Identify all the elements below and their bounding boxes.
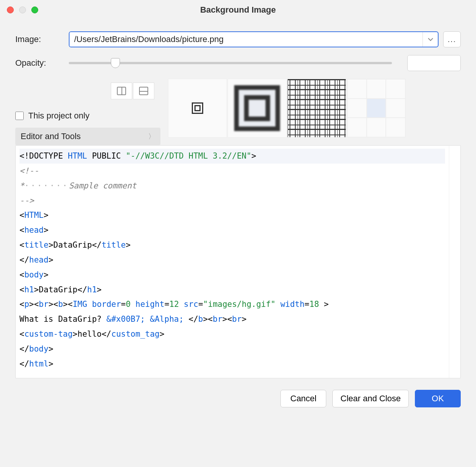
code-token: What is DataGrip? bbox=[19, 315, 107, 324]
code-token: < bbox=[19, 225, 24, 235]
opacity-label: Opacity: bbox=[15, 58, 69, 68]
split-horizontal-icon bbox=[139, 87, 148, 95]
code-token: HTML bbox=[68, 151, 92, 161]
code-token: = bbox=[198, 300, 203, 309]
code-area: <!DOCTYPE HTML PUBLIC "-//W3C//DTD HTML … bbox=[16, 146, 449, 378]
code-token: >< bbox=[222, 315, 232, 324]
code-token: --> bbox=[19, 196, 34, 205]
anchor-cell-selected[interactable] bbox=[367, 99, 386, 118]
code-token: h1 bbox=[87, 285, 97, 294]
anchor-cell[interactable] bbox=[347, 79, 367, 99]
code-token: &#x00B7; &Alpha; bbox=[107, 315, 189, 324]
code-token: </ bbox=[189, 315, 198, 324]
window-title: Background Image bbox=[0, 5, 476, 15]
code-token: HTML bbox=[24, 211, 44, 220]
chevron-down-icon[interactable] bbox=[423, 32, 438, 47]
code-token: 18 bbox=[309, 300, 324, 309]
scope-selector-label: Editor and Tools bbox=[21, 131, 81, 141]
code-token: < bbox=[19, 300, 24, 309]
browse-button[interactable]: ... bbox=[443, 31, 461, 47]
code-token: IMG bbox=[73, 300, 92, 309]
code-token: head bbox=[24, 225, 44, 235]
code-token: > bbox=[160, 329, 165, 339]
code-token: = bbox=[121, 300, 126, 309]
code-token: * bbox=[19, 181, 24, 190]
button-bar: Cancel Clear and Close OK bbox=[0, 378, 476, 419]
code-token: ······· bbox=[24, 181, 69, 190]
anchor-cell[interactable] bbox=[347, 118, 367, 137]
project-only-checkbox[interactable] bbox=[15, 112, 24, 120]
chevron-right-icon: 〉 bbox=[148, 132, 155, 141]
code-token: custom-tag bbox=[24, 329, 73, 339]
code-token: "images/hg.gif" bbox=[203, 300, 280, 309]
fill-mode-plain[interactable] bbox=[168, 79, 227, 138]
code-token: >< bbox=[203, 315, 212, 324]
big-square-icon bbox=[234, 85, 280, 131]
code-token: = bbox=[164, 300, 169, 309]
code-token: > bbox=[242, 315, 247, 324]
code-token: head bbox=[29, 255, 49, 264]
clear-and-close-button[interactable]: Clear and Close bbox=[332, 390, 409, 407]
code-token: br bbox=[39, 300, 49, 309]
code-token: < bbox=[19, 240, 24, 250]
code-token: > bbox=[49, 344, 53, 353]
fill-mode-scale[interactable] bbox=[228, 79, 287, 138]
project-only-checkbox-row[interactable]: This project only bbox=[15, 111, 160, 121]
code-token: src bbox=[184, 300, 198, 309]
code-token: br bbox=[232, 315, 241, 324]
split-vertical-icon bbox=[117, 87, 126, 95]
code-token: > bbox=[97, 285, 102, 294]
image-path-input[interactable] bbox=[70, 32, 423, 47]
slider-thumb-icon[interactable] bbox=[111, 58, 120, 68]
code-token: body bbox=[24, 270, 44, 279]
anchor-cell[interactable] bbox=[386, 99, 405, 118]
tile-pattern-icon bbox=[288, 79, 346, 137]
code-token: PUBLIC bbox=[92, 151, 126, 161]
code-token: > bbox=[324, 300, 329, 309]
code-token: 12 bbox=[169, 300, 184, 309]
code-token: br bbox=[213, 315, 222, 324]
code-token: > bbox=[251, 151, 256, 161]
code-token: p bbox=[24, 300, 29, 309]
fill-mode-group bbox=[168, 79, 461, 138]
anchor-cell[interactable] bbox=[367, 118, 386, 137]
opacity-value-input[interactable] bbox=[408, 55, 461, 71]
anchor-grid[interactable] bbox=[347, 79, 406, 138]
scope-selector[interactable]: Editor and Tools 〉 bbox=[15, 128, 160, 145]
code-token: </ bbox=[19, 344, 29, 353]
image-label: Image: bbox=[15, 34, 69, 44]
code-token: < bbox=[19, 285, 24, 294]
code-token: <!-- bbox=[19, 166, 39, 175]
code-token: custom_tag bbox=[111, 329, 159, 339]
anchor-cell[interactable] bbox=[347, 99, 367, 118]
code-token: "-//W3C//DTD HTML 3.2//EN" bbox=[126, 151, 251, 161]
split-vertical-button[interactable] bbox=[111, 83, 132, 99]
opacity-row: Opacity: ▲ ▼ bbox=[15, 55, 461, 71]
code-token: title bbox=[102, 240, 126, 250]
split-horizontal-button[interactable] bbox=[133, 83, 154, 99]
code-token: > bbox=[126, 240, 131, 250]
code-token: title bbox=[24, 240, 49, 250]
code-token: > bbox=[44, 270, 49, 279]
code-token: < bbox=[19, 329, 24, 339]
anchor-cell[interactable] bbox=[367, 79, 386, 99]
code-token: >DataGrip</ bbox=[34, 285, 87, 294]
code-token: > bbox=[44, 225, 49, 235]
opacity-slider[interactable] bbox=[69, 62, 392, 64]
cancel-button[interactable]: Cancel bbox=[280, 390, 326, 407]
code-token: 0 bbox=[126, 300, 135, 309]
code-token: >hello</ bbox=[73, 329, 111, 339]
code-preview: <!DOCTYPE HTML PUBLIC "-//W3C//DTD HTML … bbox=[15, 145, 461, 378]
code-token: border bbox=[92, 300, 121, 309]
scrollbar[interactable] bbox=[449, 146, 460, 378]
anchor-cell[interactable] bbox=[386, 118, 405, 137]
anchor-cell[interactable] bbox=[386, 79, 405, 99]
ok-button[interactable]: OK bbox=[415, 390, 461, 407]
code-token: </ bbox=[19, 255, 29, 264]
fill-mode-tile[interactable] bbox=[287, 79, 346, 138]
code-token: <!DOCTYPE bbox=[19, 151, 68, 161]
code-token: = bbox=[304, 300, 309, 309]
project-only-label: This project only bbox=[28, 111, 89, 121]
code-token: height bbox=[136, 300, 165, 309]
code-token: h1 bbox=[24, 285, 34, 294]
